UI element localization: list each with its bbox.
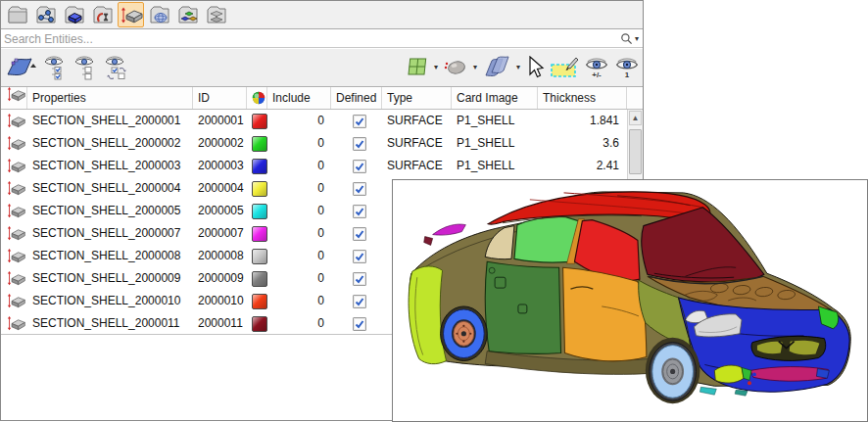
car-rear-door[interactable] xyxy=(485,261,560,353)
defined-cell xyxy=(331,222,382,245)
color-swatch[interactable] xyxy=(252,114,267,129)
defined-checkbox[interactable] xyxy=(353,295,366,308)
car-fog-light[interactable] xyxy=(714,365,744,383)
car-rear-wheel[interactable] xyxy=(441,306,488,361)
defined-checkbox[interactable] xyxy=(353,182,366,196)
defined-checkbox[interactable] xyxy=(353,227,366,241)
search-options-caret[interactable]: ▾ xyxy=(635,35,639,43)
color-swatch[interactable] xyxy=(252,136,267,152)
table-header: Properties ID Include Defined Type Card … xyxy=(1,87,643,110)
model-viewport[interactable] xyxy=(392,179,868,422)
include-value[interactable]: 0 xyxy=(267,245,331,267)
materials-button[interactable] xyxy=(174,2,201,27)
car-tail-lamp[interactable] xyxy=(424,237,433,246)
car-front-wheel[interactable] xyxy=(650,343,697,401)
defined-checkbox[interactable] xyxy=(353,317,366,331)
property-name[interactable]: SECTION_SHELL_2000011 xyxy=(27,312,193,335)
properties-plate-icon xyxy=(7,225,26,242)
surface-display-button[interactable] xyxy=(5,56,36,79)
mesh-grid-icon xyxy=(406,56,429,79)
thickness-value[interactable]: 3.6 xyxy=(538,132,627,155)
defined-checkbox[interactable] xyxy=(353,137,366,151)
color-cell xyxy=(247,132,267,155)
header-entity-icon-cell[interactable] xyxy=(1,87,27,109)
color-cell xyxy=(247,312,267,335)
mesh-style-caret[interactable]: ▾ xyxy=(434,64,438,71)
header-id[interactable]: ID xyxy=(193,87,247,109)
header-card-image[interactable]: Card Image xyxy=(452,87,538,109)
property-name[interactable]: SECTION_SHELL_2000009 xyxy=(27,267,193,290)
scroll-thumb[interactable] xyxy=(629,129,642,174)
property-name[interactable]: SECTION_SHELL_2000010 xyxy=(27,290,193,312)
mesh-button[interactable] xyxy=(146,2,172,27)
row-entity-icon xyxy=(1,222,27,245)
property-name[interactable]: SECTION_SHELL_2000002 xyxy=(27,132,193,155)
select-cursor-button[interactable] xyxy=(525,56,545,79)
color-swatch[interactable] xyxy=(252,226,267,242)
folder-icon-button[interactable] xyxy=(4,2,30,27)
defined-checkbox[interactable] xyxy=(353,205,366,218)
property-name[interactable]: SECTION_SHELL_2000007 xyxy=(27,222,193,245)
isolate-shown-button[interactable]: 1 xyxy=(614,57,640,78)
sections-button[interactable] xyxy=(203,2,229,27)
transparency-style-button[interactable] xyxy=(482,55,511,80)
include-value[interactable]: 0 xyxy=(267,177,331,200)
properties-tab-button[interactable] xyxy=(118,2,144,27)
color-swatch[interactable] xyxy=(252,316,267,332)
property-name[interactable]: SECTION_SHELL_2000004 xyxy=(27,177,193,200)
defined-checkbox[interactable] xyxy=(353,115,366,128)
shaded-style-button[interactable] xyxy=(443,57,468,78)
component-button[interactable] xyxy=(61,2,87,27)
property-name[interactable]: SECTION_SHELL_2000001 xyxy=(27,110,193,132)
mesh-style-button[interactable] xyxy=(406,56,429,79)
table-row[interactable]: SECTION_SHELL_200000220000020 SURFACEP1_… xyxy=(1,132,627,155)
thickness-value[interactable]: 1.841 xyxy=(538,110,627,132)
color-swatch[interactable] xyxy=(252,271,267,287)
show-entities-button[interactable] xyxy=(43,55,67,80)
highlight-button[interactable] xyxy=(550,56,579,79)
car-rear-window-edge[interactable] xyxy=(433,224,466,235)
header-thickness[interactable]: Thickness xyxy=(538,87,627,109)
color-swatch[interactable] xyxy=(252,204,267,219)
table-row[interactable]: SECTION_SHELL_200000120000010 SURFACEP1_… xyxy=(1,110,627,132)
search-input[interactable] xyxy=(4,30,592,47)
car-model-3d-view[interactable] xyxy=(393,180,867,421)
table-row[interactable]: SECTION_SHELL_200000320000030 SURFACEP1_… xyxy=(1,155,627,177)
color-swatch[interactable] xyxy=(252,159,267,174)
include-value[interactable]: 0 xyxy=(267,290,331,312)
include-value[interactable]: 0 xyxy=(267,155,331,177)
color-swatch[interactable] xyxy=(252,181,267,197)
check-mark xyxy=(355,139,364,149)
header-color[interactable] xyxy=(247,87,267,109)
color-swatch[interactable] xyxy=(252,249,267,264)
thickness-value[interactable]: 2.41 xyxy=(538,155,627,177)
color-swatch[interactable] xyxy=(252,294,267,309)
reverse-display-button[interactable] xyxy=(104,55,129,80)
property-name[interactable]: SECTION_SHELL_2000008 xyxy=(27,245,193,267)
hide-entities-button[interactable] xyxy=(73,55,97,80)
header-defined[interactable]: Defined xyxy=(331,87,382,109)
include-value[interactable]: 0 xyxy=(267,110,331,132)
search-icon[interactable] xyxy=(620,32,633,45)
scroll-up-button[interactable]: ▲ xyxy=(629,111,642,125)
include-value[interactable]: 0 xyxy=(267,222,331,245)
include-value[interactable]: 0 xyxy=(267,200,331,222)
transparency-style-caret[interactable]: ▾ xyxy=(516,64,520,71)
car-lower-grille-strip[interactable] xyxy=(750,367,828,382)
header-include[interactable]: Include xyxy=(267,87,331,109)
properties-plate-icon xyxy=(7,270,26,287)
property-name[interactable]: SECTION_SHELL_2000005 xyxy=(27,200,193,222)
header-properties[interactable]: Properties xyxy=(27,87,193,109)
defined-checkbox[interactable] xyxy=(353,160,366,173)
show-hide-button[interactable]: +/- xyxy=(584,57,609,78)
header-type[interactable]: Type xyxy=(382,87,452,109)
defined-checkbox[interactable] xyxy=(353,250,366,263)
session-button[interactable] xyxy=(89,2,116,27)
defined-checkbox[interactable] xyxy=(353,272,366,286)
include-value[interactable]: 0 xyxy=(267,312,331,335)
include-value[interactable]: 0 xyxy=(267,267,331,290)
model-network-button[interactable] xyxy=(32,2,59,27)
property-name[interactable]: SECTION_SHELL_2000003 xyxy=(27,155,193,177)
shaded-style-caret[interactable]: ▾ xyxy=(473,64,477,71)
include-value[interactable]: 0 xyxy=(267,132,331,155)
